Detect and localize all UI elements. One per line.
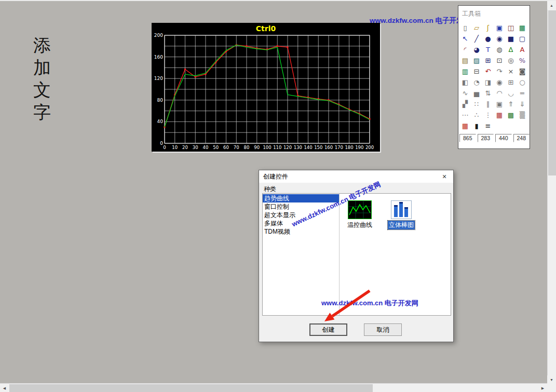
frame-widget-icon[interactable]: ▣ (494, 99, 505, 110)
field-left[interactable]: 865 (459, 134, 476, 142)
label-tool-icon[interactable]: A (517, 44, 528, 55)
button-tool-icon[interactable]: ⊟ (471, 66, 482, 77)
page-up-widget-icon[interactable]: ⇑ (505, 99, 517, 110)
vertical-scrollbar-thumb[interactable] (548, 10, 556, 175)
circle-tool-icon[interactable]: ◉ (494, 33, 505, 44)
svg-text:130: 130 (294, 145, 302, 150)
category-tdm-video[interactable]: TDM视频 (263, 227, 339, 236)
counter-widget-icon[interactable]: ⊞ (505, 77, 517, 88)
svg-text:160: 160 (154, 55, 163, 60)
slider-widget-icon[interactable]: ◨ (482, 77, 494, 88)
select-cursor-icon[interactable]: ↖ (459, 33, 471, 44)
updown-widget-icon[interactable]: ⇅ (482, 88, 494, 99)
shade-widget-icon[interactable]: ▒ (517, 110, 528, 120)
svg-text:50: 50 (213, 145, 219, 150)
page-down-widget-icon[interactable]: ⇓ (517, 99, 528, 110)
histogram-widget-icon[interactable]: ▅ (471, 88, 482, 99)
arc-meter-widget-icon[interactable]: ◠ (494, 88, 505, 99)
table-tool-icon[interactable]: ⊞ (482, 55, 494, 66)
field-height[interactable]: 248 (513, 134, 530, 142)
open-folder-icon[interactable]: ▱ (471, 22, 482, 33)
svg-text:90: 90 (254, 145, 260, 150)
pattern-widget-icon[interactable]: ▩ (505, 110, 517, 120)
bars-widget-icon[interactable]: ‖ (482, 99, 494, 110)
delete-icon[interactable]: × (505, 66, 517, 77)
save-icon[interactable]: ▣ (494, 22, 505, 33)
tri-dots-widget-icon[interactable]: ∴ (471, 110, 482, 120)
clipboard-tool-icon[interactable]: ▤ (459, 55, 471, 66)
pipe-widget-icon[interactable]: ═ (517, 88, 528, 99)
rounded-rect-tool-icon[interactable]: ▢ (517, 33, 528, 44)
rect-tool-icon[interactable]: ■ (505, 33, 517, 44)
vertical-scrollbar[interactable]: ▲ ▼ (547, 1, 556, 384)
knob-widget-icon[interactable]: ◉ (494, 77, 505, 88)
toolbox-icon-grid: ▯▱ʃ▣◫▦↖╱●◉■▢◜◕T◍ΔA▤▨⊞⊡◎%▥⊟↶↷×◙◧◔◨◉⊞○∿▅⇅◠… (459, 22, 530, 131)
panel-widget-icon[interactable]: ◧ (459, 77, 471, 88)
undo-icon[interactable]: ↶ (482, 66, 494, 77)
scroll-left-icon[interactable]: ◀ (0, 384, 9, 392)
empty-slot-icon (494, 120, 505, 131)
svg-text:10: 10 (172, 145, 178, 150)
horizontal-scrollbar[interactable]: ◀ ▶ (0, 383, 547, 392)
image-tool-icon[interactable]: ▨ (471, 55, 482, 66)
control-temp-curve-icon (348, 200, 372, 219)
display-grid-icon[interactable]: ▦ (517, 22, 528, 33)
dots-widget-icon[interactable]: ∷ (471, 99, 482, 110)
empty-slot-icon (517, 120, 528, 131)
category-trend-curve[interactable]: 趋势曲线 (263, 194, 339, 202)
scale-tool-icon[interactable]: % (517, 55, 528, 66)
field-width[interactable]: 440 (495, 134, 512, 142)
svg-text:0: 0 (163, 145, 166, 150)
palette-widget-icon[interactable]: ▦ (459, 120, 471, 131)
scroll-right-icon[interactable]: ▶ (538, 384, 547, 392)
svg-text:40: 40 (157, 119, 164, 124)
trend-chart-widget[interactable]: 0408012016020001020304050607080901001101… (152, 23, 380, 152)
zoom-tool-icon[interactable]: ◎ (505, 55, 517, 66)
gauge-widget-icon[interactable]: ◔ (471, 77, 482, 88)
arc-tool-icon[interactable]: ◜ (459, 44, 471, 55)
window-tool-icon[interactable]: ⊡ (494, 55, 505, 66)
list-lines-widget-icon[interactable]: ≡ (482, 120, 494, 131)
field-top[interactable]: 283 (478, 134, 494, 142)
canvas-text-char: 加 (31, 57, 53, 79)
pie-tool-icon[interactable]: ◕ (471, 44, 482, 55)
tank-widget-icon[interactable]: ◡ (505, 88, 517, 99)
line-tool-icon[interactable]: ╱ (471, 33, 482, 44)
vdots-widget-icon[interactable]: ⋮ (482, 110, 494, 120)
new-page-icon[interactable]: ▯ (459, 22, 471, 33)
svg-text:140: 140 (304, 145, 312, 150)
control-bar3d[interactable]: 立体棒图 (383, 200, 419, 229)
watermark-top: www.dzkfw.com.cn 电子开发网 (370, 16, 470, 25)
svg-text:20: 20 (182, 145, 188, 150)
callout-tool-icon[interactable]: ◍ (494, 44, 505, 55)
text-tool-icon[interactable]: T (482, 44, 494, 55)
svg-text:30: 30 (193, 145, 198, 150)
svg-text:110: 110 (273, 145, 281, 150)
color-grid-widget-icon[interactable]: ▦ (494, 110, 505, 120)
design-canvas: 添 加 文 字 04080120160200010203040506070809… (0, 0, 556, 392)
toolbox-position-fields: 865283440248 (459, 134, 530, 142)
svg-text:160: 160 (324, 145, 333, 150)
horizontal-scrollbar-thumb[interactable] (9, 384, 373, 392)
control-temp-curve[interactable]: 温控曲线 (342, 200, 378, 229)
report-chart-icon[interactable]: ◫ (505, 22, 517, 33)
redo-icon[interactable]: ↷ (494, 66, 505, 77)
scroll-up-icon[interactable]: ▲ (547, 1, 556, 10)
bargraph-tool-icon[interactable]: ▥ (459, 66, 471, 77)
bell-control-icon[interactable]: Δ (505, 44, 517, 55)
barcode-widget-icon[interactable]: ▮ (471, 120, 482, 131)
trend-widget-icon[interactable]: ∿ (459, 88, 471, 99)
duplicate-icon[interactable]: ◙ (517, 66, 528, 77)
lamp-widget-icon[interactable]: ○ (517, 77, 528, 88)
svg-text:150: 150 (314, 145, 322, 150)
svg-text:180: 180 (345, 145, 353, 150)
signal-pen-icon[interactable]: ʃ (482, 22, 494, 33)
ellipse-tool-icon[interactable]: ● (482, 33, 494, 44)
canvas-text-object[interactable]: 添 加 文 字 (31, 34, 53, 124)
svg-text:Ctrl0: Ctrl0 (256, 24, 276, 33)
svg-text:40: 40 (203, 145, 209, 150)
red-pointer-arrow (309, 284, 376, 326)
ellipsis-widget-icon[interactable]: ⋯ (459, 110, 471, 120)
close-icon[interactable]: × (436, 170, 453, 183)
hatch-widget-icon[interactable]: ▞ (459, 99, 471, 110)
